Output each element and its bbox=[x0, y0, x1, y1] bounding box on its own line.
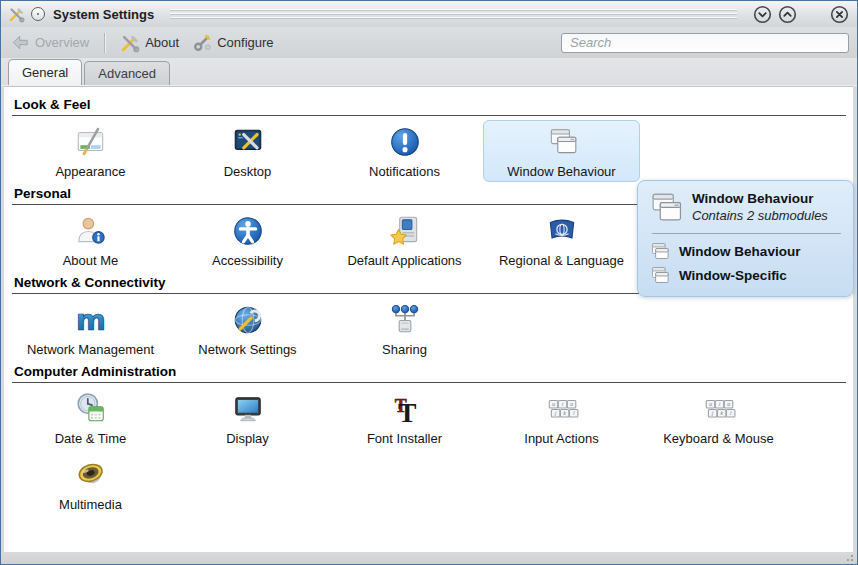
svg-text:m: m bbox=[76, 303, 106, 337]
window-menu-button[interactable] bbox=[31, 7, 45, 21]
close-icon bbox=[830, 5, 849, 24]
modules-pane: Look & Feel Appearance bbox=[4, 86, 853, 552]
module-label: Network Management bbox=[27, 342, 154, 357]
module-about-me[interactable]: About Me bbox=[12, 209, 169, 271]
module-date-time[interactable]: Date & Time bbox=[12, 387, 169, 449]
tooltip-title: Window Behaviour bbox=[692, 191, 828, 206]
keyboard-mouse-icon: uio jkl bbox=[702, 392, 736, 426]
system-settings-app-icon bbox=[8, 6, 25, 23]
maximize-button[interactable] bbox=[778, 5, 797, 24]
notifications-icon bbox=[388, 125, 422, 159]
module-label: Appearance bbox=[55, 164, 125, 179]
window-behaviour-icon bbox=[545, 125, 579, 159]
module-label: Sharing bbox=[382, 342, 427, 357]
chevron-up-icon bbox=[778, 5, 797, 24]
section-title: Look & Feel bbox=[14, 97, 853, 112]
titlebar-stripes bbox=[170, 7, 737, 21]
sharing-icon bbox=[388, 303, 422, 337]
search-input[interactable] bbox=[561, 33, 849, 53]
module-default-applications[interactable]: Default Applications bbox=[326, 209, 483, 271]
module-multimedia[interactable]: Multimedia bbox=[12, 453, 169, 515]
tooltip-text: Window Behaviour Contains 2 submodules bbox=[692, 189, 828, 223]
desktop-icon bbox=[231, 125, 265, 159]
accessibility-icon bbox=[231, 214, 265, 248]
section-computer-administration: Computer Administration Date & Time bbox=[4, 364, 853, 515]
svg-text:T: T bbox=[397, 397, 415, 426]
tooltip-item-label: Window-Specific bbox=[679, 268, 787, 283]
module-label: Regional & Language bbox=[499, 253, 624, 268]
tab-advanced[interactable]: Advanced bbox=[84, 61, 170, 85]
tab-advanced-label: Advanced bbox=[98, 66, 156, 81]
tooltip-header: Window Behaviour Contains 2 submodules bbox=[646, 189, 843, 227]
window-icon bbox=[650, 265, 670, 285]
tabbar: General Advanced bbox=[1, 58, 857, 86]
close-button[interactable] bbox=[830, 5, 849, 24]
module-label: Date & Time bbox=[55, 431, 127, 446]
module-grid: Date & Time Display T T bbox=[12, 387, 853, 515]
module-sharing[interactable]: Sharing bbox=[326, 298, 483, 360]
toolbar-separator bbox=[104, 33, 105, 53]
module-label: Notifications bbox=[369, 164, 440, 179]
resize-grip[interactable] bbox=[846, 554, 854, 562]
back-arrow-icon bbox=[11, 33, 30, 52]
about-label: About bbox=[145, 35, 179, 50]
tooltip-item-window-behaviour[interactable]: Window Behaviour bbox=[646, 239, 843, 263]
module-notifications[interactable]: Notifications bbox=[326, 120, 483, 182]
tooltip-divider bbox=[652, 233, 841, 234]
module-accessibility[interactable]: Accessibility bbox=[169, 209, 326, 271]
minimize-button[interactable] bbox=[753, 5, 772, 24]
section-title: Computer Administration bbox=[14, 364, 853, 379]
module-appearance[interactable]: Appearance bbox=[12, 120, 169, 182]
module-label: Display bbox=[226, 431, 269, 446]
font-installer-icon: T T bbox=[388, 392, 422, 426]
module-label: Accessibility bbox=[212, 253, 283, 268]
search-container bbox=[561, 33, 849, 53]
about-button[interactable]: About bbox=[116, 31, 183, 55]
window-icon bbox=[650, 241, 670, 261]
configure-button[interactable]: Configure bbox=[188, 31, 277, 55]
module-label: Network Settings bbox=[198, 342, 296, 357]
network-management-icon: m bbox=[74, 303, 108, 337]
titlebar[interactable]: System Settings bbox=[1, 1, 857, 27]
svg-text:o: o bbox=[727, 402, 730, 407]
tab-general[interactable]: General bbox=[8, 59, 82, 85]
crossed-tools-icon bbox=[120, 33, 140, 53]
module-label: Desktop bbox=[224, 164, 272, 179]
module-grid: Appearance Desktop bbox=[12, 120, 853, 182]
system-settings-window: System Settings Overview bbox=[0, 0, 858, 565]
module-font-installer[interactable]: T T Font Installer bbox=[326, 387, 483, 449]
module-label: Input Actions bbox=[524, 431, 598, 446]
tooltip-item-label: Window Behaviour bbox=[679, 244, 800, 259]
display-icon bbox=[231, 392, 265, 426]
module-input-actions[interactable]: uio jkl Input Actions bbox=[483, 387, 640, 449]
module-label: Multimedia bbox=[59, 497, 122, 512]
module-label: About Me bbox=[63, 253, 119, 268]
toolbar: Overview About Configure bbox=[1, 27, 857, 58]
module-label: Font Installer bbox=[367, 431, 442, 446]
module-regional-language[interactable]: Regional & Language bbox=[483, 209, 640, 271]
svg-text:o: o bbox=[570, 402, 573, 407]
regional-language-icon bbox=[545, 214, 579, 248]
module-window-behaviour[interactable]: Window Behaviour bbox=[483, 120, 640, 182]
network-settings-icon bbox=[231, 303, 265, 337]
module-network-settings[interactable]: Network Settings bbox=[169, 298, 326, 360]
tooltip-item-window-specific[interactable]: Window-Specific bbox=[646, 263, 843, 287]
module-display[interactable]: Display bbox=[169, 387, 326, 449]
svg-text:u: u bbox=[709, 402, 712, 407]
module-network-management[interactable]: m Network Management bbox=[12, 298, 169, 360]
multimedia-icon bbox=[74, 458, 108, 492]
overview-button[interactable]: Overview bbox=[7, 31, 93, 54]
module-grid: m Network Management Network Settings bbox=[12, 298, 853, 360]
module-keyboard-mouse[interactable]: uio jkl Keyboard & Mouse bbox=[640, 387, 797, 449]
appearance-icon bbox=[74, 125, 108, 159]
module-label: Keyboard & Mouse bbox=[663, 431, 774, 446]
window-title: System Settings bbox=[53, 7, 154, 22]
module-label: Default Applications bbox=[347, 253, 461, 268]
input-actions-icon: uio jkl bbox=[545, 392, 579, 426]
module-desktop[interactable]: Desktop bbox=[169, 120, 326, 182]
about-me-icon bbox=[74, 214, 108, 248]
section-rule bbox=[12, 115, 846, 116]
svg-text:u: u bbox=[552, 402, 555, 407]
default-applications-icon bbox=[388, 214, 422, 248]
date-time-icon bbox=[74, 392, 108, 426]
